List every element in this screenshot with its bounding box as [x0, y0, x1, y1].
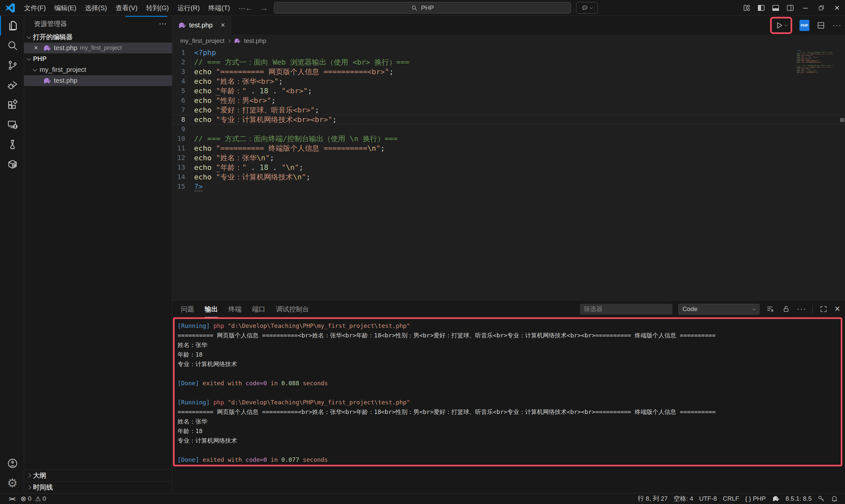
breadcrumb-folder[interactable]: my_first_project — [180, 37, 225, 44]
code-editor[interactable]: 1<?php2// === 方式一：面向 Web 浏览器输出（使用 <br> 换… — [172, 47, 845, 300]
window-close-button[interactable]: ✕ — [829, 0, 845, 16]
chevron-right-icon — [227, 39, 231, 42]
panel-more-actions-icon[interactable]: ··· — [797, 305, 806, 313]
php-elephant-icon[interactable] — [769, 495, 782, 503]
php-version[interactable]: 8.5.1: 8.5 — [782, 495, 815, 502]
code-line[interactable]: 1<?php — [172, 48, 845, 57]
maximize-panel-icon[interactable] — [818, 304, 828, 314]
docker-icon[interactable] — [0, 155, 24, 174]
panel-tab[interactable]: 端口 — [252, 301, 265, 318]
extensions-icon[interactable] — [0, 95, 24, 115]
code-line[interactable]: 10// === 方式二：面向终端/控制台输出（使用 \n 换行）=== — [172, 134, 845, 143]
timeline-section-header[interactable]: 时间线 — [24, 481, 172, 493]
menu-item[interactable]: 运行(R) — [173, 2, 204, 14]
run-code-button[interactable] — [775, 21, 784, 30]
code-line[interactable]: 5echo "年龄：" . 18 . "<br>"; — [172, 86, 845, 96]
code-line[interactable]: 2// === 方式一：面向 Web 浏览器输出（使用 <br> 换行）=== — [172, 57, 845, 67]
activity-bar: ⚙ — [0, 16, 24, 493]
open-editor-item[interactable]: ✕ test.php my_first_project — [24, 42, 172, 53]
explorer-icon[interactable] — [0, 16, 24, 36]
close-editor-icon[interactable]: ✕ — [32, 44, 40, 52]
tab-test-php[interactable]: test.php ✕ — [172, 16, 231, 35]
code-line[interactable]: 15?> — [172, 182, 845, 191]
menu-item[interactable]: 终端(T) — [204, 2, 234, 14]
panel-tab[interactable]: 问题 — [181, 301, 194, 318]
open-editors-section-header[interactable]: 打开的编辑器 — [24, 32, 172, 42]
menu-item[interactable]: 选择(S) — [81, 2, 111, 14]
code-line[interactable]: 9 — [172, 124, 845, 134]
output-filter-input[interactable] — [580, 304, 672, 315]
clear-output-icon[interactable] — [765, 304, 775, 314]
menu-item[interactable]: 查看(V) — [111, 2, 142, 14]
testing-icon[interactable] — [0, 134, 24, 155]
line-number: 4 — [172, 76, 194, 86]
run-and-debug-icon[interactable] — [0, 75, 24, 95]
menu-item[interactable]: 文件(F) — [20, 2, 50, 14]
accounts-icon[interactable] — [0, 453, 24, 473]
code-line[interactable]: 13echo "年龄：" . 18 . "\n"; — [172, 163, 845, 172]
editor-group: test.php ✕ PHP ··· my_first_project test… — [172, 16, 845, 493]
code-line[interactable]: 12echo "姓名：张华\n"; — [172, 153, 845, 163]
toggle-sidebar-icon[interactable] — [754, 0, 769, 16]
back-icon[interactable]: ← — [245, 3, 253, 13]
tab-close-icon[interactable]: ✕ — [219, 22, 227, 29]
code-line[interactable]: 11echo "========== 终端版个人信息 ==========\n"… — [172, 143, 845, 153]
customize-layout-icon[interactable] — [739, 0, 754, 16]
remote-explorer-icon[interactable] — [0, 115, 24, 134]
remote-indicator[interactable]: >< — [6, 493, 17, 504]
code-line[interactable]: 14echo "专业：计算机网络技术\n"; — [172, 172, 845, 182]
search-icon[interactable] — [0, 36, 24, 55]
output-line — [178, 445, 845, 455]
menu-item[interactable]: 转到(G) — [142, 2, 173, 14]
code-line[interactable]: 3echo "========== 网页版个人信息 ==========<br>… — [172, 67, 845, 76]
forward-icon[interactable]: → — [260, 3, 268, 13]
toggle-panel-icon[interactable] — [769, 0, 783, 16]
run-code-annotation — [770, 17, 792, 34]
outline-section-header[interactable]: 大纲 — [24, 469, 172, 481]
code-line[interactable]: 4echo "姓名：张华<br>"; — [172, 76, 845, 86]
notifications-bell-icon[interactable] — [828, 495, 841, 502]
output-channel-select[interactable]: Code — [678, 304, 759, 315]
window-restore-button[interactable] — [813, 0, 829, 16]
window-minimize-button[interactable]: ─ — [797, 0, 813, 16]
source-control-icon[interactable] — [0, 55, 24, 75]
command-center-search[interactable]: PHP — [274, 2, 571, 14]
minimap[interactable]: 1<?php2// === 方式一：面向 Web 浏览器输出（使用 <br> 换… — [797, 50, 834, 74]
indent-setting[interactable]: 空格: 4 — [671, 494, 696, 503]
workspace-section-header[interactable]: PHP — [24, 53, 172, 64]
menu-item[interactable]: 编辑(E) — [50, 2, 81, 14]
explorer-more-actions-icon[interactable]: ⋯ — [159, 19, 167, 29]
editor-scrollbar[interactable] — [840, 118, 844, 122]
key-icon[interactable] — [815, 495, 828, 502]
chevron-down-icon[interactable] — [785, 23, 788, 26]
editor-actions: PHP ··· — [770, 16, 842, 35]
panel-tab[interactable]: 终端 — [228, 301, 242, 318]
eol-setting[interactable]: CRLF — [720, 495, 742, 502]
copilot-button[interactable] — [576, 2, 598, 14]
panel-tab[interactable]: 调试控制台 — [276, 301, 309, 318]
language-mode[interactable]: { } PHP — [742, 495, 769, 502]
problems-indicator[interactable]: ⊗ 0 ⚠ 0 — [17, 493, 49, 504]
close-panel-icon[interactable]: ✕ — [834, 305, 840, 313]
editor-more-actions-icon[interactable]: ··· — [832, 21, 842, 30]
code-line[interactable]: 7echo "爱好：打篮球、听音乐<br>"; — [172, 105, 845, 115]
lock-scroll-icon[interactable] — [781, 304, 791, 314]
output-view[interactable]: [Running] php "d:\Develop\Teaching\PHP\m… — [172, 318, 845, 493]
chevron-down-icon — [33, 67, 37, 72]
breadcrumb[interactable]: my_first_project test.php — [172, 35, 845, 47]
cursor-position[interactable]: 行 8, 列 27 — [635, 494, 671, 503]
php-actions-button[interactable]: PHP — [799, 20, 809, 31]
chevron-down-icon — [27, 35, 31, 39]
breadcrumb-file[interactable]: test.php — [244, 37, 266, 44]
encoding-setting[interactable]: UTF-8 — [696, 495, 720, 502]
output-line: 专业：计算机网络技术 — [178, 359, 845, 369]
output-line: 年龄：18 — [178, 349, 845, 359]
settings-gear-icon[interactable]: ⚙ — [0, 473, 24, 493]
panel-tab[interactable]: 输出 — [205, 301, 218, 318]
code-line[interactable]: 6echo "性别：男<br>"; — [172, 96, 845, 105]
code-line[interactable]: 8echo "专业：计算机网络技术<br><br>"; — [172, 115, 845, 124]
toggle-secondary-sidebar-icon[interactable] — [783, 0, 797, 16]
split-editor-icon[interactable] — [816, 21, 825, 30]
tree-file-test-php[interactable]: test.php — [24, 75, 172, 86]
tree-folder-my-first-project[interactable]: my_first_project — [24, 64, 172, 75]
